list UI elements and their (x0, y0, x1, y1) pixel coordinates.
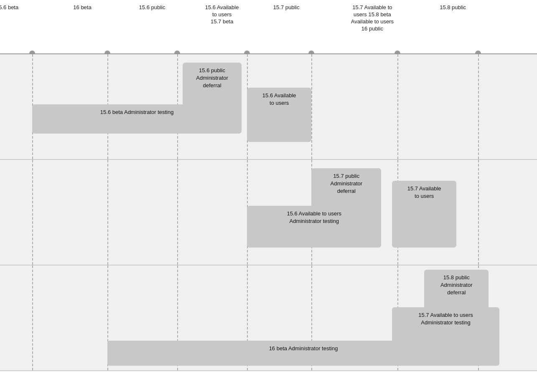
event-box-r2e2: 15.6 Available to usersAdministrator tes… (247, 206, 381, 248)
timeline-label-col5: 15.7 public (273, 4, 300, 11)
dashed-line-col7 (478, 160, 479, 265)
dashed-line-col6 (397, 54, 398, 159)
event-box-r3e3: 16 beta Administrator testing (107, 341, 499, 366)
timeline-label-col7: 15.8 public (440, 4, 466, 11)
timeline-label-col4: 15.6 Availableto users15.7 beta (205, 4, 239, 25)
timeline-label-col6: 15.7 Available tousers 15.8 betaAvailabl… (351, 4, 394, 33)
row-row1: 15.6 publicAdministratordeferral15.6 Ava… (0, 54, 537, 160)
event-box-r3e2: 15.7 Available to usersAdministrator tes… (392, 307, 499, 345)
event-box-r1e3: 15.6 beta Administrator testing (32, 104, 242, 134)
dashed-line-col2 (107, 160, 108, 265)
timeline-label-col1: 15.6 beta (0, 4, 18, 11)
event-box-r1e2: 15.6 Availableto users (247, 88, 311, 142)
row-row3: 15.8 publicAdministratordeferral15.7 Ava… (0, 266, 537, 371)
dashed-line-col1 (32, 266, 33, 370)
timeline-label-col3: 15.6 public (139, 4, 165, 11)
dashed-line-col7 (478, 54, 479, 159)
timeline-header: 15.6 beta16 beta15.6 public15.6 Availabl… (0, 0, 537, 54)
dashed-line-col1 (32, 160, 33, 265)
dashed-line-col3 (177, 160, 178, 265)
rows-container: 15.6 publicAdministratordeferral15.6 Ava… (0, 54, 537, 371)
dashed-line-col5 (311, 54, 312, 159)
event-box-r2e3: 15.7 Availableto users (392, 181, 456, 248)
event-box-r1e1: 15.6 publicAdministratordeferral (183, 63, 242, 109)
timeline-label-col2: 16 beta (73, 4, 91, 11)
row-row2: 15.7 publicAdministratordeferral15.6 Ava… (0, 160, 537, 266)
chart-container: 15.6 beta16 beta15.6 public15.6 Availabl… (0, 0, 537, 392)
